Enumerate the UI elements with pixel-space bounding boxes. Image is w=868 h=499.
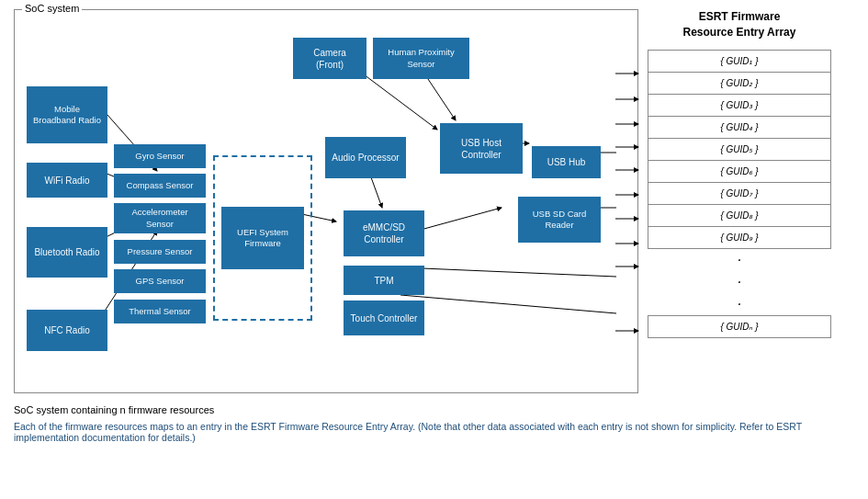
thermal-box: Thermal Sensor	[114, 300, 206, 323]
human-prox-box: Human Proximity Sensor	[373, 38, 469, 79]
usb-sd-box: USB SD Card Reader	[518, 197, 601, 243]
page: SoC system	[0, 0, 868, 452]
audio-box: Audio Processor	[325, 137, 406, 178]
touch-box: Touch Controller	[344, 301, 424, 335]
pressure-box: Pressure Sensor	[114, 240, 206, 264]
soc-container: SoC system	[14, 9, 638, 393]
usb-hub-box: USB Hub	[532, 146, 601, 178]
soc-label: SoC system	[22, 3, 82, 14]
camera-box: Camera (Front)	[293, 38, 366, 79]
dot-row: ·	[648, 293, 831, 316]
soc-wrapper: SoC system	[14, 9, 638, 393]
dot-row: ·	[648, 271, 831, 293]
caption-area: SoC system containing n firmware resourc…	[14, 404, 854, 443]
gps-box: GPS Sensor	[114, 269, 206, 293]
compass-box: Compass Sensor	[114, 174, 206, 198]
wifi-box: WiFi Radio	[27, 163, 107, 198]
esrt-arrows-svg	[615, 28, 643, 358]
guid-row: { GUID₈ }	[648, 204, 831, 226]
guid-row: { GUID₁ }	[648, 50, 831, 72]
uefi-box: UEFI System Firmware	[221, 207, 304, 269]
guid-row-last: { GUIDₙ }	[648, 315, 831, 337]
gyro-box: Gyro Sensor	[114, 144, 206, 168]
soc-content: Mobile Broadband Radio WiFi Radio Blueto…	[22, 27, 628, 385]
uefi-dashed-box: UEFI System Firmware	[213, 155, 312, 321]
usb-host-box: USB Host Controller	[440, 123, 523, 174]
esrt-panel: ESRT FirmwareResource Entry Array	[648, 9, 831, 338]
accelerometer-box: Accelerometer Sensor	[114, 203, 206, 233]
diagram-area: SoC system	[14, 9, 854, 393]
dot-row: ·	[648, 248, 831, 271]
guid-row: { GUID₆ }	[648, 160, 831, 182]
esrt-title: ESRT FirmwareResource Entry Array	[648, 9, 831, 40]
guid-row: { GUID₂ }	[648, 72, 831, 94]
guid-row: { GUID₃ }	[648, 94, 831, 116]
mobile-broadband-box: Mobile Broadband Radio	[27, 86, 107, 143]
emmc-box: eMMC/SD Controller	[344, 210, 424, 256]
guid-row: { GUID₄ }	[648, 116, 831, 138]
caption1: SoC system containing n firmware resourc…	[14, 404, 854, 415]
guid-table: { GUID₁ }{ GUID₂ }{ GUID₃ }{ GUID₄ }{ GU…	[648, 50, 831, 338]
bluetooth-box: Bluetooth Radio	[27, 227, 107, 278]
guid-row: { GUID₅ }	[648, 138, 831, 160]
nfc-box: NFC Radio	[27, 310, 107, 351]
guid-row: { GUID₇ }	[648, 182, 831, 204]
guid-row: { GUID₉ }	[648, 226, 831, 248]
caption2: Each of the firmware resources maps to a…	[14, 421, 854, 443]
tpm-box: TPM	[344, 266, 424, 295]
